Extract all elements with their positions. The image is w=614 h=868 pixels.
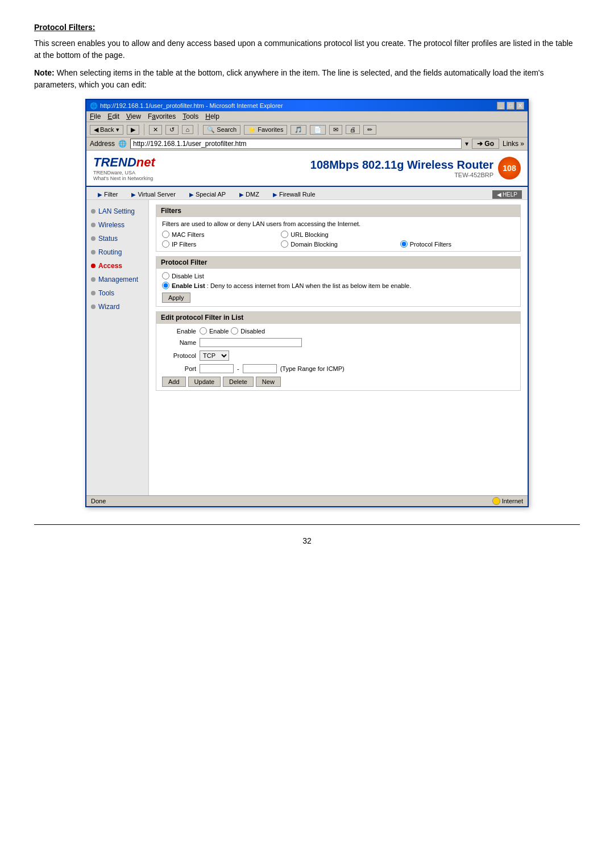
nav-tab-special-ap[interactable]: ▶ Special AP [184,189,231,199]
port-start-input[interactable] [200,364,234,373]
enable-radios: Enable Disabled [200,327,265,335]
port-end-input[interactable] [243,364,277,373]
menu-view[interactable]: View [126,112,141,120]
minimize-button[interactable]: _ [497,102,505,110]
sidebar-item-management[interactable]: Management [86,273,148,286]
nav-arrow-firewall: ▶ [273,191,277,198]
nav-arrow-virtual: ▶ [131,191,136,198]
sidebar-item-lan[interactable]: LAN Setting [86,205,148,218]
menu-file[interactable]: File [90,112,101,120]
brand-sub1: TRENDware, USA [93,170,155,176]
filter-radio-url[interactable] [281,231,288,238]
nav-tab-virtual-label: Virtual Server [138,191,175,198]
stop-button[interactable]: ✕ [149,125,162,135]
pf-enable-label: Enable List : Deny to access internet fr… [172,282,411,289]
delete-button[interactable]: Delete [223,377,254,387]
action-buttons: Add Update Delete New [162,377,515,387]
pf-disable-radio[interactable] [162,272,169,279]
refresh-button[interactable]: ↺ [165,125,179,135]
filter-label-protocol: Protocol Filters [410,241,451,248]
browser-menubar: File Edit View Favorites Tools Help [86,111,528,122]
sidebar-dot-wizard [91,304,96,309]
forward-button[interactable]: ▶ [127,125,139,135]
print-button[interactable]: 🖨 [346,125,360,134]
close-button[interactable]: X [516,102,524,110]
history-button[interactable]: 📄 [310,125,326,135]
nav-arrow-special: ▶ [189,191,194,198]
status-left: Done [91,498,106,504]
update-button[interactable]: Update [188,377,221,387]
protocol-label: Protocol [162,352,196,359]
mail-button[interactable]: ✉ [329,125,342,135]
back-button[interactable]: ◀ Back ▾ [90,125,123,135]
apply-button[interactable]: Apply [162,293,190,303]
media-button[interactable]: 🎵 [291,125,306,135]
address-input[interactable] [130,139,462,149]
status-internet: Internet [492,497,523,505]
filter-radio-domain[interactable] [281,240,288,248]
filter-option-ip: IP Filters [162,240,276,248]
filter-options: MAC Filters URL Blocking IP Filters [162,231,515,248]
nav-tab-filter[interactable]: ▶ Filter [92,189,123,199]
sidebar-label-status: Status [98,235,118,243]
sidebar-label-lan: LAN Setting [98,207,135,215]
port-row: Port - (Type Range for ICMP) [162,364,515,373]
menu-favorites[interactable]: Favorites [148,112,176,120]
pf-enable-radio[interactable] [162,282,169,289]
filter-option-domain: Domain Blocking [281,240,395,248]
sidebar-item-wireless[interactable]: Wireless [86,218,148,232]
filter-option-mac: MAC Filters [162,231,276,238]
favorites-button[interactable]: ⭐ Favorites [244,125,287,135]
protocol-select[interactable]: TCP UDP ICMP [200,350,229,361]
edit-disabled-radio[interactable] [231,327,238,335]
filter-radio-mac[interactable] [162,231,169,238]
sidebar-item-routing[interactable]: Routing [86,245,148,259]
menu-edit[interactable]: Edit [107,112,119,120]
menu-tools[interactable]: Tools [182,112,198,120]
sidebar-dot-wireless [91,223,96,227]
pf-disable-label: Disable List [172,273,204,279]
name-input[interactable] [200,338,302,347]
sidebar-item-wizard[interactable]: Wizard [86,300,148,314]
enable-row: Enable Enable Disabled [162,327,515,335]
edit-filter-body: Enable Enable Disabled Name [156,324,520,390]
router-model-title: 108Mbps 802.11g Wireless Router [310,158,493,172]
sidebar-dot-management [91,277,96,282]
sidebar-item-status[interactable]: Status [86,232,148,245]
page-footer: 32 [34,536,580,545]
status-bar: Done Internet [86,495,528,506]
add-button[interactable]: Add [162,377,186,387]
name-label: Name [162,339,196,346]
sidebar-item-tools[interactable]: Tools [86,286,148,300]
nav-tab-virtual-server[interactable]: ▶ Virtual Server [126,189,181,199]
edit-enable-radio[interactable] [200,327,207,335]
nav-tab-firewall[interactable]: ▶ Firewall Rule [267,189,321,199]
edit-disabled-text: Disabled [240,328,265,335]
maximize-button[interactable]: □ [507,102,515,110]
menu-help[interactable]: Help [205,112,219,120]
nav-tab-dmz[interactable]: ▶ DMZ [234,189,265,199]
brand-sub2: What's Next in Networking [93,176,155,181]
filter-radio-protocol[interactable] [400,240,408,248]
sidebar-label-wizard: Wizard [98,303,119,311]
search-button[interactable]: 🔍 Search [203,125,240,135]
nav-tab-special-label: Special AP [196,191,226,198]
titlebar-right: _ □ X [497,102,524,110]
sidebar-item-access[interactable]: Access [86,259,148,273]
router-model-num: TEW-452BRP [310,172,493,178]
filter-radio-ip[interactable] [162,240,169,248]
sidebar-label-access: Access [98,262,122,270]
home-button[interactable]: ⌂ [182,125,194,134]
go-button[interactable]: ➔ Go [472,139,499,149]
router-header: TRENDnet TRENDware, USA What's Next in N… [86,151,528,187]
port-hint: (Type Range for ICMP) [280,365,345,372]
edit-button[interactable]: ✏ [363,125,376,135]
dropdown-arrow-icon[interactable]: ▾ [465,140,468,148]
help-button[interactable]: ◀ HELP [492,190,522,199]
brand-name: TRENDnet [93,155,155,170]
new-button[interactable]: New [256,377,281,387]
filters-description: Filters are used to allow or deny LAN us… [162,220,515,227]
main-content: Filters Filters are used to allow or den… [149,200,528,495]
edit-filter-section: Edit protocol Filter in List Enable Enab… [156,311,521,391]
sidebar-dot-status [91,236,96,241]
